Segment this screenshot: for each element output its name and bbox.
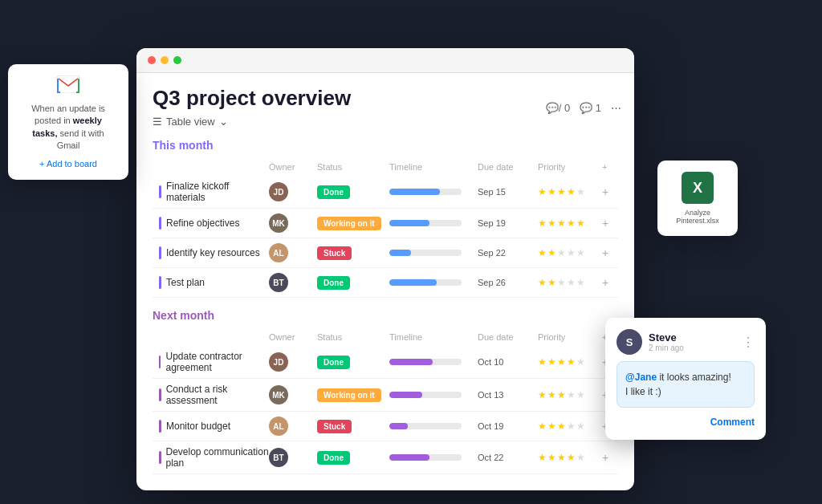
- task-owner: MK: [269, 385, 317, 404]
- priority-stars: ★★★★★: [538, 277, 602, 288]
- timeline-bar: [389, 454, 462, 461]
- gmail-icon: [21, 75, 116, 98]
- more-menu-icon[interactable]: ⋯: [611, 102, 621, 114]
- timeline-bar: [389, 220, 462, 226]
- section-indicator: [159, 246, 161, 259]
- task-owner: MK: [269, 213, 317, 233]
- reactions-count: 💬/ 0: [546, 102, 570, 114]
- due-date: Oct 19: [478, 421, 538, 431]
- task-status[interactable]: Done: [317, 452, 389, 463]
- status-badge[interactable]: Stuck: [317, 420, 352, 433]
- task-status[interactable]: Stuck: [317, 421, 389, 432]
- priority-stars: ★★★★★: [538, 217, 602, 229]
- timeline-bar: [389, 250, 462, 256]
- minimize-dot[interactable]: [161, 56, 169, 64]
- section-indicator: [159, 185, 161, 198]
- priority-stars: ★★★★★: [538, 186, 602, 197]
- task-status[interactable]: Working on it: [317, 217, 389, 229]
- comment-action: Comment: [616, 414, 755, 429]
- table-icon: ☰: [153, 116, 162, 128]
- col-due-date: Due date: [478, 162, 538, 172]
- maximize-dot[interactable]: [173, 56, 181, 64]
- status-badge[interactable]: Done: [317, 276, 350, 290]
- table-row: Identify key resources AL Stuck Sep 22 ★…: [153, 238, 618, 268]
- task-owner: JD: [269, 182, 317, 201]
- task-status[interactable]: Stuck: [317, 247, 389, 258]
- status-badge[interactable]: Done: [317, 451, 350, 465]
- section-indicator: [159, 388, 161, 401]
- timeline-fill: [389, 359, 433, 365]
- task-timeline: [389, 250, 478, 256]
- status-badge[interactable]: Working on it: [317, 217, 381, 230]
- due-date: Sep 15: [478, 187, 538, 197]
- comment-menu-icon[interactable]: ⋮: [742, 335, 755, 350]
- task-status[interactable]: Done: [317, 356, 389, 368]
- priority-stars: ★★★★★: [538, 389, 602, 400]
- avatar: AL: [269, 417, 288, 436]
- col-timeline-nm: Timeline: [389, 332, 478, 342]
- status-badge[interactable]: Stuck: [317, 246, 352, 260]
- section-indicator: [159, 356, 161, 368]
- task-owner: BT: [269, 448, 317, 467]
- avatar: AL: [269, 243, 288, 262]
- task-name: Conduct a risk assessment: [153, 384, 269, 406]
- status-badge[interactable]: Done: [317, 356, 350, 369]
- timeline-bar: [389, 189, 462, 195]
- task-timeline: [389, 220, 478, 226]
- task-owner: AL: [269, 417, 317, 436]
- add-row-button[interactable]: +: [602, 185, 618, 198]
- next-month-table: Update contractor agreement JD Done Oct …: [153, 346, 618, 474]
- timeline-fill: [389, 454, 429, 461]
- avatar: BT: [269, 273, 288, 292]
- commenter-avatar: S: [616, 329, 642, 355]
- timeline-fill: [389, 250, 411, 256]
- avatar: JD: [269, 182, 288, 201]
- comment-bubble: @Jane it looks amazing!I like it :): [616, 361, 755, 408]
- col-priority-nm: Priority: [538, 332, 602, 342]
- table-header-next-month: Owner Status Timeline Due date Priority …: [153, 330, 618, 344]
- add-row-button[interactable]: +: [602, 451, 618, 464]
- col-status-nm: Status: [317, 332, 389, 342]
- table-row: Test plan BT Done Sep 26 ★★★★★ +: [153, 268, 618, 298]
- status-badge[interactable]: Working on it: [317, 388, 381, 402]
- close-dot[interactable]: [148, 56, 156, 64]
- task-timeline: [389, 423, 478, 429]
- section-this-month: This month: [153, 139, 618, 155]
- view-toggle[interactable]: ☰ Table view ⌄: [153, 116, 618, 128]
- priority-stars: ★★★★★: [538, 356, 602, 368]
- excel-icon: X: [682, 172, 714, 204]
- excel-filename: Analyze Pinterest.xlsx: [669, 209, 726, 225]
- task-status[interactable]: Done: [317, 186, 389, 197]
- comment-button[interactable]: Comment: [710, 417, 755, 428]
- due-date: Oct 22: [478, 453, 538, 462]
- task-name: Monitor budget: [153, 420, 269, 433]
- add-row-button[interactable]: +: [602, 217, 618, 230]
- gmail-card: When an update is posted in weekly tasks…: [8, 64, 128, 180]
- priority-stars: ★★★★★: [538, 452, 602, 463]
- avatar: MK: [269, 213, 288, 233]
- col-priority: Priority: [538, 162, 602, 172]
- task-status[interactable]: Working on it: [317, 389, 389, 400]
- col-owner: Owner: [269, 162, 317, 172]
- status-badge[interactable]: Done: [317, 185, 350, 199]
- add-row-button[interactable]: +: [602, 246, 618, 259]
- excel-card: X Analyze Pinterest.xlsx: [657, 161, 738, 236]
- due-date: Oct 13: [478, 390, 538, 400]
- col-status: Status: [317, 162, 389, 172]
- avatar: MK: [269, 385, 288, 404]
- task-name: Refine objectives: [153, 217, 269, 230]
- timeline-fill: [389, 392, 422, 398]
- task-name: Develop communication plan: [153, 446, 269, 469]
- add-to-board-button[interactable]: + Add to board: [21, 159, 116, 169]
- task-owner: BT: [269, 273, 317, 292]
- avatar: BT: [269, 448, 288, 467]
- due-date: Sep 26: [478, 278, 538, 287]
- section-indicator: [159, 276, 161, 289]
- task-owner: JD: [269, 352, 317, 372]
- add-row-button[interactable]: +: [602, 276, 618, 289]
- chevron-down-icon: ⌄: [219, 116, 228, 128]
- task-timeline: [389, 359, 478, 365]
- task-status[interactable]: Done: [317, 277, 389, 288]
- due-date: Sep 22: [478, 248, 538, 258]
- col-due-date-nm: Due date: [478, 332, 538, 342]
